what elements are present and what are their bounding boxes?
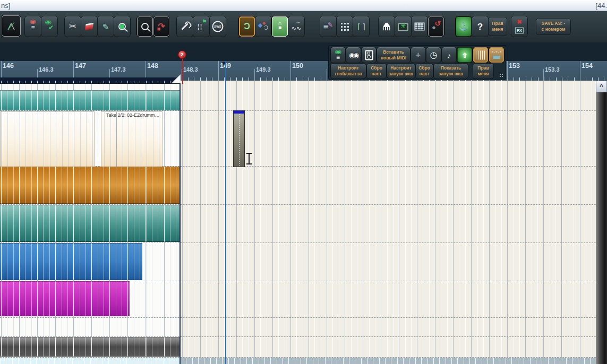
toolbar-group: ↷✖ (137, 16, 170, 37)
waveform-arrow-icon: ∿∿→ (288, 16, 304, 37)
zoom-button[interactable] (114, 16, 130, 37)
ruler-label-147: 147 (75, 62, 86, 70)
track-boundary (0, 317, 596, 318)
project-end-line (179, 81, 181, 364)
actions-wrench-button[interactable] (177, 16, 193, 37)
grouping-button[interactable]: ¦¦⚑ (193, 16, 209, 37)
erase-button[interactable] (81, 16, 97, 37)
eye-sliders-icon: ◉≡ (25, 16, 41, 37)
item-gray[interactable] (0, 337, 180, 357)
marker-2[interactable]: 2 (178, 51, 186, 58)
item-fades-button[interactable]: ⌈⌉ (353, 16, 369, 37)
envelope-points-button[interactable]: ∿∿→ (288, 16, 304, 37)
selection-end-arrow (172, 74, 181, 83)
edit-rights-button[interactable]: Правменя (489, 18, 507, 36)
item-magenta[interactable] (0, 281, 130, 316)
project-folder-button[interactable]: ✳ (395, 16, 411, 37)
save-as-button[interactable]: SAVE AS: -с номером (536, 19, 570, 34)
time-selection-lane[interactable] (0, 77, 180, 84)
item-cream-a[interactable] (0, 111, 95, 167)
note-button[interactable]: ♪ (442, 47, 456, 63)
scrollbar-track[interactable] (596, 92, 607, 364)
clock-button[interactable]: ◷ (426, 47, 441, 63)
pencil-button[interactable]: ✎ (98, 16, 114, 37)
loop-source-button[interactable]: Ɔ (239, 16, 255, 37)
folder-star-icon: ✳ (395, 16, 411, 37)
toolbar-group: Ɔ◆◆Ɔ∩■∿∿→ (239, 16, 305, 37)
fx-off-button[interactable]: ✖FX (511, 16, 527, 37)
split-button[interactable]: ◆◆Ɔ (255, 16, 271, 37)
help-button[interactable]: ? (472, 16, 488, 37)
ruler-measure-line (543, 69, 544, 81)
item-properties-button[interactable]: ≣✎ (320, 16, 336, 37)
ripple-arrow-icon: ↷✖ (153, 16, 169, 37)
toolbar-group: ✳●↺ (379, 16, 444, 37)
reset-settings-button-2[interactable]: Сбронаст (416, 64, 433, 79)
edit-rights-button-label: Правменя (489, 18, 507, 36)
show-run-action-button[interactable]: Показатьзапуск экш (434, 64, 468, 79)
reset-settings-button[interactable]: Сбронаст (367, 64, 386, 79)
vertical-scrollbar[interactable]: ^ (596, 81, 607, 364)
setup-run-action-button-label: Настроитзапуск экш (387, 64, 415, 79)
item-blue[interactable] (0, 243, 142, 280)
scatter-button[interactable]: + (411, 47, 425, 63)
cut-button[interactable]: ✂ (65, 16, 81, 37)
disk-sync-button[interactable]: ●↺ (428, 16, 444, 37)
touch-hand-icon: ⇧ (457, 47, 472, 63)
setup-global-button-label: Настроитглобальн за (331, 64, 366, 79)
magnifier-frame-icon (137, 16, 153, 37)
speaker-icon (362, 47, 376, 63)
toolbar-group: SAVE AS: -с номером (536, 16, 571, 32)
ruler-label-146: 146 (3, 62, 14, 70)
arrange-view[interactable]: Take 2/2: 02-EZdrumm… (0, 81, 596, 364)
anchor-button[interactable]: ⚓ (456, 16, 472, 37)
grid-columns-button[interactable] (473, 47, 488, 63)
ruler-measure-line (290, 61, 291, 81)
daw-window: ns] [44. △╱◉≡◉✔✂✎↷✖¦¦⚑SWSƆ◆◆Ɔ∩■∿∿→≣✎⌈⌉✳●… (0, 0, 607, 364)
sws-icon: SWS (210, 16, 226, 37)
node-graph-button[interactable]: ∘-∘-∘ (489, 47, 504, 63)
fx-visibility-button[interactable]: ◉≡ (25, 16, 41, 37)
item-orange[interactable] (0, 167, 180, 204)
sws-button[interactable]: SWS (210, 16, 226, 37)
setup-run-action-button[interactable]: Настроитзапуск экш (387, 64, 415, 79)
edit-cursor-line[interactable] (225, 61, 226, 364)
reset-settings-button-2-label: Сбронаст (416, 64, 433, 79)
midi-item[interactable] (233, 110, 245, 167)
speaker-button[interactable] (362, 47, 376, 63)
edit-rights-float-button[interactable]: Правменя (473, 64, 493, 79)
ruler-measure-line (327, 69, 327, 81)
bottom-track-strip-empty[interactable] (180, 358, 596, 364)
insert-midi-button-label: Вставитьновый MIDI (377, 47, 410, 63)
ruler-label-146.3: 146.3 (39, 66, 54, 73)
media-table-button[interactable] (412, 16, 428, 37)
item-teal-2[interactable] (0, 205, 180, 242)
metronome-button[interactable]: △╱ (2, 15, 21, 37)
scroll-up-button[interactable]: ^ (596, 81, 607, 92)
resize-grip[interactable] (499, 73, 504, 78)
mixer-eye-button[interactable]: ◉≡ (331, 47, 345, 63)
grid-dots-icon (337, 16, 353, 37)
setup-global-button[interactable]: Настроитглобальн за (331, 64, 366, 79)
track-visibility-button[interactable]: ◉✔ (41, 16, 57, 37)
crosshair-icon: + (411, 47, 425, 63)
eye-check-icon: ◉✔ (41, 16, 57, 37)
ripple-edit-button[interactable]: ↷✖ (153, 16, 169, 37)
item-teal-1[interactable] (0, 90, 180, 110)
floating-toolbar: ◉≡◉◉Вставитьновый MIDI+◷♪⇧∘-∘-∘Настроитг… (329, 46, 506, 80)
item-cream-b[interactable]: Take 2/2: 02-EZdrumm… (101, 111, 163, 167)
touch-button[interactable]: ⇧ (457, 47, 472, 63)
zoom-mode-button[interactable] (137, 16, 153, 37)
insert-midi-button[interactable]: Вставитьновый MIDI (377, 47, 410, 63)
bottom-track-strip[interactable] (0, 358, 180, 364)
grid-dots-button[interactable] (337, 16, 353, 37)
magnifier-green-icon (114, 16, 130, 37)
ruler-marker-lane[interactable] (0, 42, 607, 61)
title-bar: ns] [44. (0, 0, 607, 11)
ruler-label-153.3: 153.3 (545, 66, 560, 73)
brackets-icon: ⌈⌉ (353, 16, 369, 37)
cleanup-button[interactable] (379, 16, 395, 37)
figures-flag-icon: ¦¦⚑ (193, 16, 209, 37)
tape-reels-button[interactable]: ◉◉ (346, 47, 361, 63)
envelope-lock-button[interactable]: ∩■ (272, 16, 288, 37)
